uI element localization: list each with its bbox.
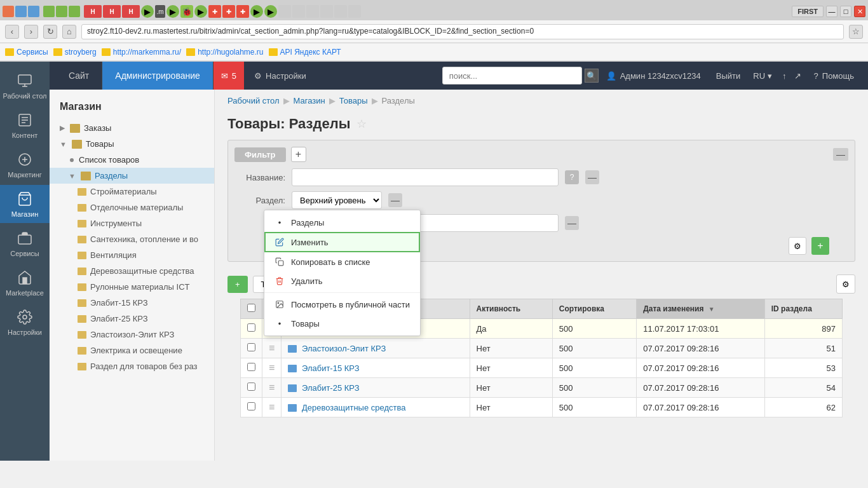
- add-row-button[interactable]: +: [227, 276, 248, 293]
- sidebar-item-marketing[interactable]: Маркетинг: [0, 146, 50, 184]
- bullet-small-2-icon: •: [275, 318, 285, 329]
- bookmark-star[interactable]: ☆: [849, 25, 863, 39]
- filter-remove-ext-button[interactable]: —: [565, 216, 579, 230]
- help-button[interactable]: ? Помощь: [806, 71, 862, 81]
- bookmark-hugolahme[interactable]: http://hugolahme.ru: [186, 48, 263, 57]
- filter-name-input[interactable]: [292, 168, 559, 186]
- arrow-icon[interactable]: ↑: [782, 71, 787, 81]
- user-info[interactable]: 👤 Админ 1234zxcv1234: [599, 71, 709, 81]
- nav-item-rulonnye[interactable]: Рулонные материалы ICT: [50, 279, 214, 295]
- bookmark-stroyberg[interactable]: stroyberg: [53, 48, 97, 57]
- lang-selector[interactable]: RU ▾: [748, 71, 777, 81]
- nav-item-orders[interactable]: ▶ Заказы: [50, 120, 214, 136]
- sidebar-item-desktop[interactable]: Рабочий стол: [0, 67, 50, 105]
- row-name-link[interactable]: Элабит-15 КРЗ: [302, 363, 360, 373]
- nav-item-stroimat[interactable]: Стройматериалы: [50, 184, 214, 200]
- row-checkbox[interactable]: [247, 323, 255, 332]
- th-sort[interactable]: Сортировка: [552, 299, 636, 319]
- nav-item-derevozash[interactable]: Деревозащитные средства: [50, 263, 214, 279]
- row-id-cell[interactable]: 53: [764, 358, 842, 378]
- forward-button[interactable]: ›: [24, 25, 38, 39]
- messages-button[interactable]: ✉ 5: [214, 62, 244, 90]
- sidebar-item-services[interactable]: Сервисы: [0, 224, 50, 262]
- filter-section-select[interactable]: Верхний уровень: [292, 191, 382, 209]
- drag-handle-icon[interactable]: ≡: [269, 382, 275, 393]
- context-menu-item-sections[interactable]: • Разделы: [264, 213, 420, 232]
- row-id-cell[interactable]: 51: [764, 339, 842, 358]
- row-id-cell[interactable]: 897: [764, 319, 842, 339]
- reload-button[interactable]: ↻: [43, 25, 57, 39]
- th-date[interactable]: Дата изменения ▼: [637, 299, 765, 319]
- row-id-cell[interactable]: 62: [764, 398, 842, 417]
- nav-item-tools[interactable]: Инструменты: [50, 215, 214, 231]
- row-checkbox[interactable]: [247, 383, 255, 391]
- table-settings-button[interactable]: ⚙: [836, 274, 855, 294]
- browser-tabs: H H H ▶ .m ▶ 🐞 ▶ ✚ ✚ ✚ ▶ ▶ FIRST — □ ✕: [0, 0, 868, 20]
- drag-handle-icon[interactable]: ≡: [269, 362, 275, 373]
- sidebar-item-shop[interactable]: Магазин: [0, 185, 50, 223]
- breadcrumb-desktop[interactable]: Рабочий стол: [227, 96, 280, 105]
- search-input[interactable]: [442, 67, 582, 85]
- row-checkbox[interactable]: [247, 343, 255, 351]
- filter-help-button[interactable]: ?: [565, 170, 579, 184]
- filter-remove-section-button[interactable]: —: [388, 193, 402, 207]
- row-id-cell[interactable]: 54: [764, 378, 842, 398]
- nav-item-otdelka[interactable]: Отделочные материалы: [50, 200, 214, 215]
- filter-apply-button[interactable]: +: [811, 237, 829, 255]
- bookmark-markemma[interactable]: http://markemma.ru/: [102, 48, 181, 57]
- row-name-link[interactable]: Деревозащитные средства: [302, 403, 406, 412]
- drag-handle-icon[interactable]: ≡: [269, 402, 275, 412]
- edit-icon: [275, 237, 285, 247]
- back-button[interactable]: ‹: [5, 25, 19, 39]
- nav-item-elabit25[interactable]: Элабит-25 КРЗ: [50, 311, 214, 327]
- drag-handle-icon[interactable]: ≡: [269, 342, 275, 353]
- context-menu-item-copy[interactable]: Копировать в списке: [264, 252, 420, 271]
- arrow2-icon[interactable]: ↗: [794, 71, 801, 81]
- select-all-checkbox[interactable]: [247, 304, 255, 312]
- nav-item-sections[interactable]: ▼ Разделы: [50, 168, 214, 184]
- row-checkbox[interactable]: [247, 402, 255, 410]
- site-tab[interactable]: Сайт: [56, 62, 102, 90]
- th-active[interactable]: Активность: [470, 299, 552, 319]
- bookmark-yandex[interactable]: API Яндекс КАРТ: [269, 48, 341, 57]
- context-menu-item-delete[interactable]: Удалить: [264, 271, 420, 290]
- filter-title[interactable]: Фильтр: [234, 147, 286, 162]
- home-button[interactable]: ⌂: [62, 25, 76, 39]
- user-icon: 👤: [606, 71, 616, 81]
- filter-add-button[interactable]: +: [291, 147, 306, 162]
- breadcrumb-products[interactable]: Товары: [339, 96, 368, 105]
- row-checkbox[interactable]: [247, 363, 255, 371]
- row-name-link[interactable]: Элабит-25 КРЗ: [302, 383, 360, 393]
- sidebar-item-marketplace[interactable]: Marketplace: [0, 264, 50, 302]
- logout-button[interactable]: Выйти: [709, 71, 749, 81]
- context-menu-item-tovary[interactable]: • Товары: [264, 314, 420, 333]
- nav-item-razdel-bez[interactable]: Раздел для товаров без раз: [50, 358, 214, 374]
- sidebar-item-content[interactable]: Контент: [0, 106, 50, 144]
- breadcrumb-shop[interactable]: Магазин: [294, 96, 325, 105]
- filter-collapse-button[interactable]: —: [833, 148, 848, 161]
- header-search-area: [442, 67, 582, 85]
- context-menu-item-view[interactable]: Посмотреть в публичной части: [264, 295, 420, 314]
- nav-item-santex[interactable]: Сантехника, отопление и во: [50, 231, 214, 247]
- filter-gear-button[interactable]: ⚙: [789, 237, 806, 255]
- favorite-star-icon[interactable]: ☆: [356, 117, 367, 131]
- bookmark-services[interactable]: Сервисы: [5, 48, 48, 57]
- nav-item-elastoizol[interactable]: Эластоизол-Элит КРЗ: [50, 327, 214, 342]
- folder-open-icon: [72, 140, 82, 149]
- settings-button[interactable]: ⚙ Настройки: [244, 62, 316, 90]
- context-menu-item-edit[interactable]: Изменить: [264, 232, 420, 252]
- sidebar-item-settings[interactable]: Настройки: [0, 303, 50, 341]
- nav-item-elabit15[interactable]: Элабит-15 КРЗ: [50, 295, 214, 311]
- nav-item-products[interactable]: ▼ Товары: [50, 136, 214, 152]
- row-sort-cell: 500: [552, 358, 636, 378]
- admin-tab[interactable]: Администрирование: [102, 62, 214, 90]
- row-folder-icon: [288, 404, 297, 412]
- nav-item-elektrika[interactable]: Электрика и освещение: [50, 342, 214, 358]
- th-id[interactable]: ID раздела: [764, 299, 842, 319]
- address-bar[interactable]: stroy2.ft10-dev2.ru.mastertest.ru/bitrix…: [81, 24, 844, 39]
- row-name-link[interactable]: Эластоизол-Элит КРЗ: [302, 344, 386, 353]
- nav-item-product-list[interactable]: Список товаров: [50, 152, 214, 168]
- search-button[interactable]: 🔍: [585, 69, 599, 83]
- filter-remove-button[interactable]: —: [585, 170, 599, 184]
- nav-item-ventilation[interactable]: Вентиляция: [50, 247, 214, 263]
